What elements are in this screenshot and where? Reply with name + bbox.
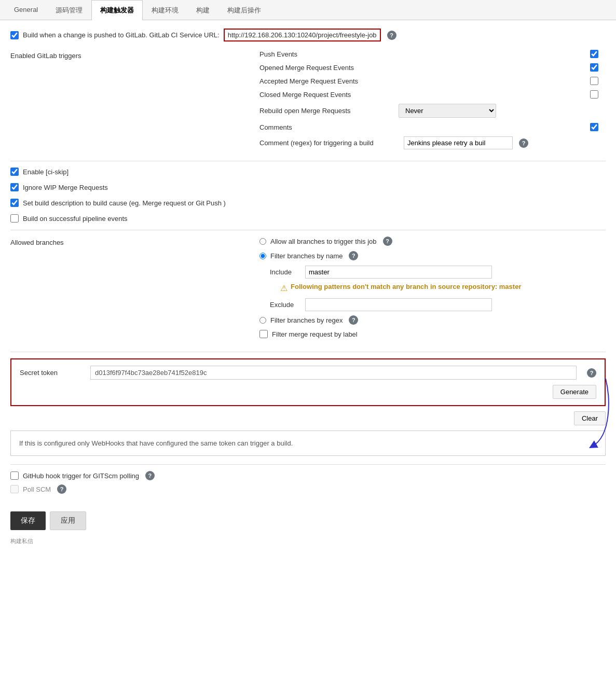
enable-ci-skip-row: Enable [ci-skip] (10, 168, 606, 176)
apply-button[interactable]: 应用 (50, 511, 86, 530)
closed-mr-label: Closed Merge Request Events (259, 91, 586, 99)
closed-mr-row: Closed Merge Request Events (259, 90, 606, 99)
tab-post-build[interactable]: 构建后操作 (218, 0, 270, 20)
set-build-desc-label: Set build description to build cause (eg… (23, 199, 226, 207)
allowed-branches-label: Allowed branches (10, 239, 64, 246)
include-input[interactable] (305, 266, 492, 279)
push-events-label: Push Events (259, 50, 586, 58)
warning-text: Following patterns don't match any branc… (291, 283, 521, 290)
tab-build[interactable]: 构建 (187, 0, 218, 20)
rebuild-mr-row: Rebuild open Merge Requests Never On pus… (259, 104, 606, 118)
filter-by-regex-row: Filter branches by regex ? (259, 315, 606, 325)
enable-ci-skip-checkbox[interactable] (10, 168, 19, 176)
build-pipeline-label: Build on successful pipeline events (23, 215, 128, 223)
secret-token-section: Secret token ? Generate (10, 358, 606, 406)
exclude-input[interactable] (305, 298, 492, 311)
comments-row: Comments (259, 123, 606, 131)
accepted-mr-label: Accepted Merge Request Events (259, 77, 586, 85)
filter-by-regex-help-icon[interactable]: ? (349, 315, 358, 325)
clear-btn-row: Clear (10, 411, 606, 425)
github-hook-label: GitHub hook trigger for GITScm polling (23, 472, 139, 480)
tab-build-env[interactable]: 构建环境 (143, 0, 187, 20)
exclude-row: Exclude (270, 298, 606, 311)
warning-icon: ⚠ (280, 283, 288, 293)
poll-scm-label: Poll SCM (23, 485, 51, 493)
opened-mr-checkbox[interactable] (590, 63, 598, 72)
filter-by-name-radio[interactable] (259, 253, 266, 259)
info-text: If this is configured only WebHooks that… (19, 439, 293, 447)
filter-by-regex-label: Filter branches by regex (270, 316, 343, 324)
token-buttons: Generate (20, 385, 596, 399)
poll-scm-row: Poll SCM ? (10, 484, 606, 494)
push-events-row: Push Events (259, 50, 606, 58)
github-hook-row: GitHub hook trigger for GITScm polling ? (10, 471, 606, 480)
ignore-wip-checkbox[interactable] (10, 183, 19, 191)
build-when-help-icon[interactable]: ? (387, 31, 396, 40)
filter-by-regex-radio[interactable] (259, 317, 266, 324)
all-branches-radio[interactable] (259, 238, 266, 245)
filter-merge-checkbox[interactable] (259, 330, 268, 338)
secret-token-help-icon[interactable]: ? (587, 368, 596, 378)
accepted-mr-checkbox[interactable] (590, 77, 598, 85)
comment-regex-row: Comment (regex) for triggering a build ? (259, 136, 606, 149)
include-label: Include (270, 268, 301, 276)
tab-general[interactable]: General (5, 0, 47, 20)
tab-bar: General 源码管理 构建触发器 构建环境 构建 构建后操作 (0, 0, 616, 20)
build-when-section: Build when a change is pushed to GitLab.… (10, 29, 606, 41)
closed-mr-checkbox[interactable] (590, 90, 598, 99)
poll-scm-help-icon[interactable]: ? (57, 484, 66, 494)
tab-source[interactable]: 源码管理 (47, 0, 91, 20)
enable-ci-skip-label: Enable [ci-skip] (23, 168, 69, 176)
allowed-branches-section: Allowed branches Allow all branches to t… (10, 237, 606, 343)
opened-mr-label: Opened Merge Request Events (259, 64, 586, 72)
secret-token-label: Secret token (20, 369, 82, 377)
enabled-gitlab-triggers-label: Enabled GitLab triggers (10, 52, 81, 60)
all-branches-row: Allow all branches to trigger this job ? (259, 237, 606, 246)
build-when-checkbox[interactable] (10, 31, 19, 39)
clear-button[interactable]: Clear (574, 411, 606, 425)
rebuild-mr-label: Rebuild open Merge Requests (259, 107, 394, 115)
filter-by-name-label: Filter branches by name (270, 252, 343, 260)
github-hook-help-icon[interactable]: ? (145, 471, 155, 480)
exclude-label: Exclude (270, 301, 301, 309)
tab-build-trigger[interactable]: 构建触发器 (91, 0, 143, 20)
secret-token-row: Secret token ? (20, 366, 596, 380)
ignore-wip-row: Ignore WIP Merge Requests (10, 183, 606, 191)
service-url: http://192.168.206.130:10240/project/fre… (224, 29, 381, 41)
push-events-checkbox[interactable] (590, 50, 598, 58)
all-branches-label: Allow all branches to trigger this job (270, 238, 377, 245)
filter-merge-label: Filter merge request by label (272, 330, 358, 338)
set-build-desc-checkbox[interactable] (10, 199, 19, 207)
filter-by-name-row: Filter branches by name ? (259, 251, 606, 260)
set-build-desc-row: Set build description to build cause (eg… (10, 199, 606, 207)
all-branches-help-icon[interactable]: ? (383, 237, 392, 246)
filter-by-name-help-icon[interactable]: ? (349, 251, 358, 260)
generate-button[interactable]: Generate (553, 385, 596, 399)
gitlab-triggers-section: Enabled GitLab triggers Push Events Open… (10, 50, 606, 152)
comment-regex-help-icon[interactable]: ? (519, 138, 528, 148)
watermark: 构建私信 (0, 535, 616, 547)
accepted-mr-row: Accepted Merge Request Events (259, 77, 606, 85)
filter-merge-row: Filter merge request by label (259, 330, 606, 338)
comment-regex-input[interactable] (404, 136, 513, 149)
ignore-wip-label: Ignore WIP Merge Requests (23, 184, 108, 191)
rebuild-mr-dropdown[interactable]: Never On push to source branch On push t… (399, 104, 496, 118)
build-pipeline-row: Build on successful pipeline events (10, 214, 606, 223)
build-pipeline-checkbox[interactable] (10, 214, 19, 223)
comments-checkbox[interactable] (590, 123, 598, 131)
footer-buttons: 保存 应用 (0, 506, 616, 535)
info-box: If this is configured only WebHooks that… (10, 431, 606, 456)
build-when-label: Build when a change is pushed to GitLab.… (23, 31, 220, 39)
comments-label: Comments (259, 123, 586, 131)
save-button[interactable]: 保存 (10, 511, 46, 530)
warning-box: ⚠ Following patterns don't match any bra… (280, 283, 606, 293)
secret-token-input[interactable] (90, 366, 577, 380)
opened-mr-row: Opened Merge Request Events (259, 63, 606, 72)
include-row: Include (270, 266, 606, 279)
comment-regex-label: Comment (regex) for triggering a build (259, 139, 400, 147)
poll-scm-checkbox[interactable] (10, 485, 19, 493)
github-hook-checkbox[interactable] (10, 471, 19, 480)
